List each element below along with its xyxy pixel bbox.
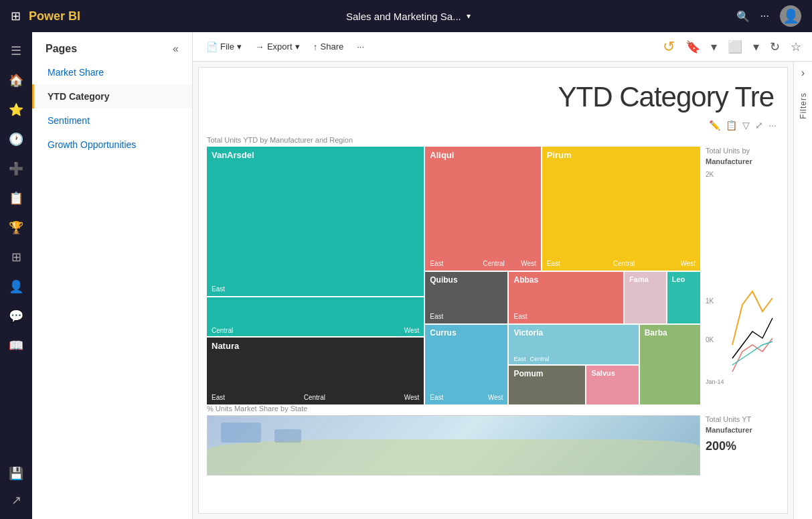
bottom-section: % Units Market Share by State Total Unit…: [199, 404, 787, 481]
treemap-section-label: Total Units YTD by Manufacturer and Regi…: [207, 136, 700, 144]
right-panel-title: Total Units by: [706, 147, 779, 155]
export-button[interactable]: → Export ▾: [250, 39, 305, 55]
more-toolbar-button[interactable]: ···: [351, 39, 370, 54]
treemap-cell-abbas[interactable]: Abbas East: [509, 272, 623, 323]
view-chevron-icon[interactable]: ▾: [750, 37, 762, 57]
nav-create-icon[interactable]: ➕: [3, 155, 29, 182]
nav-goals-icon[interactable]: 🏆: [3, 214, 29, 241]
search-icon[interactable]: 🔍: [736, 10, 750, 23]
nav-apps-icon[interactable]: 📋: [3, 185, 29, 212]
file-label: File: [220, 42, 234, 52]
more-icon: ···: [357, 42, 364, 52]
app-logo: Power BI: [29, 9, 80, 23]
bookmark-chevron-icon[interactable]: ▾: [708, 37, 720, 57]
report-content: YTD Category Tre ✏️ 📋 ▽ ⤢ ··· Total Unit…: [198, 67, 788, 514]
visual-more-icon[interactable]: ···: [768, 120, 777, 131]
toolbar-right: ↺ 🔖 ▾ ⬜ ▾ ↻ ☆: [660, 35, 804, 58]
nav-external-icon[interactable]: ↗: [3, 487, 29, 514]
export-chevron-icon: ▾: [295, 42, 300, 52]
bookmark-icon[interactable]: 🔖: [683, 37, 703, 57]
bottom-right-panel: Total Units YT Manufacturer 200%: [706, 404, 779, 475]
file-icon: 📄: [206, 42, 218, 52]
icon-sidebar: ☰ 🏠 ⭐ 🕐 ➕ 📋 🏆 ⊞ 👤 💬 📖 💾 ↗: [0, 32, 32, 519]
filters-collapse-icon[interactable]: ›: [796, 62, 810, 84]
treemap-cell-vanarsdel-top[interactable]: VanArsdel East: [207, 147, 424, 296]
treemap-cell-pirum[interactable]: Pirum East West Central: [542, 147, 700, 271]
export-icon: →: [255, 42, 264, 52]
treemap-area: Total Units YTD by Manufacturer and Regi…: [207, 136, 700, 404]
topbar-right: 🔍 ··· 👤: [736, 5, 801, 27]
treemap-cell-leo[interactable]: Leo: [667, 272, 700, 323]
undo-icon[interactable]: ↺: [660, 35, 677, 58]
filters-label[interactable]: Filters: [795, 84, 812, 127]
file-menu-button[interactable]: 📄 File ▾: [201, 39, 247, 55]
focus-icon[interactable]: ⤢: [755, 120, 763, 131]
nav-people-icon[interactable]: 👤: [3, 273, 29, 300]
topbar-center: Sales and Marketing Sa... ▾: [88, 11, 728, 22]
treemap-cell-pomum[interactable]: Pomum: [509, 366, 585, 404]
refresh-icon[interactable]: ↻: [767, 37, 783, 57]
nav-datamart-icon[interactable]: 💾: [3, 460, 29, 487]
treemap-cell-victoria[interactable]: Victoria EastCentral: [509, 325, 638, 365]
nav-recent-icon[interactable]: 🕐: [3, 126, 29, 153]
page-market-share[interactable]: Market Share: [32, 60, 192, 84]
page-sentiment[interactable]: Sentiment: [32, 108, 192, 133]
bottom-right-subtitle: Manufacturer: [706, 426, 779, 434]
filter-icon[interactable]: ▽: [742, 120, 750, 131]
map-section-label: % Units Market Share by State: [207, 404, 700, 413]
toolbar: 📄 File ▾ → Export ▾ ↑ Share ··· ↺ 🔖 ▾ ⬜: [193, 32, 812, 62]
share-button[interactable]: ↑ Share: [308, 39, 349, 55]
pages-sidebar: Pages « Market Share YTD Category Sentim…: [32, 32, 193, 519]
bottom-right-title: Total Units YT: [706, 415, 779, 423]
treemap-cell-barba[interactable]: Barba: [640, 325, 700, 404]
treemap-cell-salvus[interactable]: Salvus: [586, 366, 638, 404]
pages-collapse-button[interactable]: «: [173, 43, 179, 55]
main-visuals-row: Total Units YTD by Manufacturer and Regi…: [199, 136, 787, 404]
topbar: ⊞ Power BI Sales and Marketing Sa... ▾ 🔍…: [0, 0, 812, 32]
favorite-star-icon[interactable]: ☆: [788, 37, 804, 57]
treemap-cell-vanarsdel-central[interactable]: Central West: [207, 297, 424, 336]
page-ytd-category[interactable]: YTD Category: [32, 84, 192, 108]
nav-home-icon[interactable]: 🏠: [3, 67, 29, 94]
nav-chat-icon[interactable]: 💬: [3, 303, 29, 329]
copy-icon[interactable]: 📋: [726, 120, 737, 131]
bottom-right-value: 200%: [706, 439, 779, 453]
treemap-visual[interactable]: VanArsdel East Central West: [207, 147, 700, 404]
right-panel-subtitle: Manufacturer: [706, 157, 779, 165]
file-chevron-icon: ▾: [237, 42, 242, 52]
treemap-cell-natura[interactable]: Natura East Central West: [207, 338, 424, 404]
pages-title: Pages: [46, 43, 77, 55]
report-canvas: YTD Category Tre ✏️ 📋 ▽ ⤢ ··· Total Unit…: [193, 62, 812, 519]
report-page-title: YTD Category Tre: [199, 68, 787, 120]
nav-menu-icon[interactable]: ☰: [3, 38, 29, 64]
apps-icon[interactable]: ⊞: [11, 9, 21, 23]
nav-learn-icon[interactable]: 📖: [3, 332, 29, 359]
share-icon: ↑: [313, 42, 318, 52]
export-label: Export: [267, 42, 293, 52]
nav-workspaces-icon[interactable]: ⊞: [3, 244, 29, 271]
nav-favorites-icon[interactable]: ⭐: [3, 96, 29, 123]
treemap-cell-aliqui[interactable]: Aliqui East West Central: [425, 147, 541, 271]
user-avatar[interactable]: 👤: [780, 5, 801, 27]
edit-icon[interactable]: ✏️: [709, 120, 720, 131]
treemap-cell-currus[interactable]: Currus East West: [425, 325, 507, 404]
main-layout: ☰ 🏠 ⭐ 🕐 ➕ 📋 🏆 ⊞ 👤 💬 📖 💾 ↗ Pages « Market…: [0, 32, 812, 519]
more-options-icon[interactable]: ···: [760, 10, 769, 22]
filters-panel: › Filters: [793, 62, 812, 519]
map-visual[interactable]: [207, 415, 700, 475]
right-chart-panel: Total Units by Manufacturer 2K: [706, 136, 779, 404]
visual-toolbar: ✏️ 📋 ▽ ⤢ ···: [199, 120, 787, 136]
view-icon[interactable]: ⬜: [725, 37, 745, 57]
report-title-header: Sales and Marketing Sa...: [346, 11, 461, 22]
pages-header: Pages «: [32, 32, 192, 60]
treemap-cell-quibus[interactable]: Quibus East: [425, 272, 507, 323]
page-growth-opportunities[interactable]: Growth Opportunities: [32, 133, 192, 157]
map-section: % Units Market Share by State: [207, 404, 700, 475]
share-label: Share: [321, 42, 344, 52]
title-chevron-icon[interactable]: ▾: [467, 11, 471, 21]
treemap-cell-fama[interactable]: Fama: [625, 272, 666, 323]
content-area: 📄 File ▾ → Export ▾ ↑ Share ··· ↺ 🔖 ▾ ⬜: [193, 32, 812, 519]
